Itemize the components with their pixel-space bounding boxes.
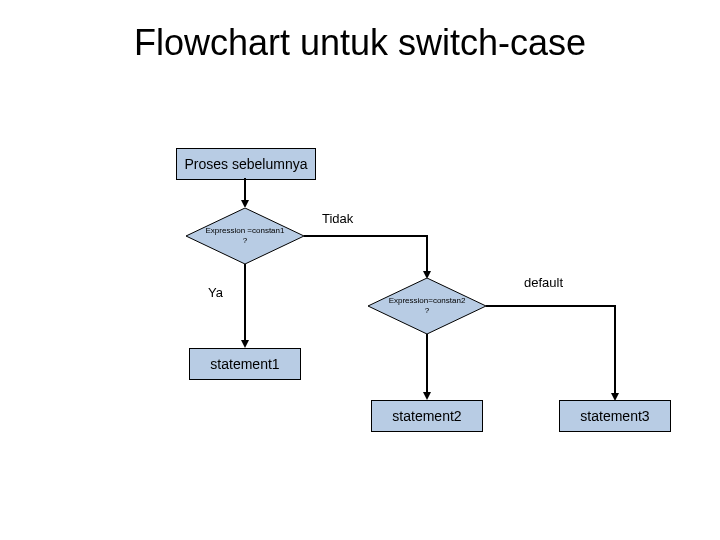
- flow-node-decision-1: Expression =constan1 ?: [186, 208, 304, 264]
- arrow-down-icon: [423, 392, 431, 400]
- connector: [304, 235, 428, 237]
- edge-label-default: default: [524, 275, 563, 290]
- statement-2-label: statement2: [392, 408, 461, 424]
- connector: [486, 305, 616, 307]
- connector: [244, 178, 246, 202]
- flow-node-previous-process: Proses sebelumnya: [176, 148, 316, 180]
- flow-node-decision-2: Expression=constan2 ?: [368, 278, 486, 334]
- statement-3-label: statement3: [580, 408, 649, 424]
- statement-1-label: statement1: [210, 356, 279, 372]
- edge-label-ya: Ya: [208, 285, 223, 300]
- connector: [426, 235, 428, 273]
- decision-2-label: Expression=constan2 ?: [368, 278, 486, 334]
- connector: [614, 305, 616, 395]
- edge-label-tidak: Tidak: [322, 211, 353, 226]
- flow-node-statement-1: statement1: [189, 348, 301, 380]
- connector: [244, 264, 246, 342]
- flow-node-statement-3: statement3: [559, 400, 671, 432]
- arrow-down-icon: [241, 200, 249, 208]
- previous-process-label: Proses sebelumnya: [185, 156, 308, 172]
- arrow-down-icon: [241, 340, 249, 348]
- page-title: Flowchart untuk switch-case: [0, 22, 720, 64]
- connector: [426, 334, 428, 394]
- flow-node-statement-2: statement2: [371, 400, 483, 432]
- decision-1-label: Expression =constan1 ?: [186, 208, 304, 264]
